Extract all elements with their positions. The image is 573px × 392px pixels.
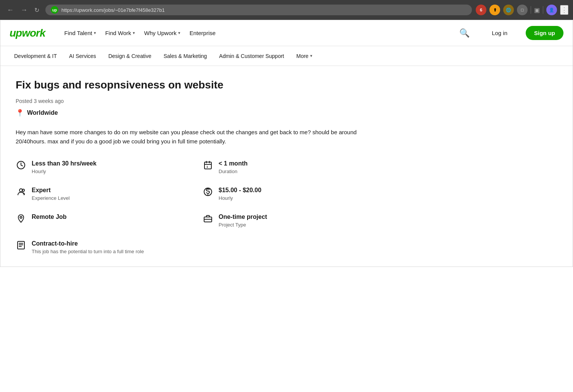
detail-rate-main: $15.00 - $20.00: [219, 186, 261, 194]
job-title: Fix bugs and resopnsiveness on website: [16, 78, 481, 92]
briefcase-icon: [203, 214, 213, 225]
detail-experience-main: Expert: [32, 186, 70, 194]
detail-duration-main: < 1 month: [219, 160, 248, 168]
category-more[interactable]: More ▾: [292, 51, 317, 61]
detail-hours: Less than 30 hrs/week Hourly: [16, 160, 172, 174]
svg-point-11: [20, 216, 22, 218]
why-upwork-nav[interactable]: Why Upwork ▾: [140, 27, 184, 39]
nav-links: Find Talent ▾ Find Work ▾ Why Upwork ▾ E…: [61, 27, 220, 39]
main-navbar: upwork Find Talent ▾ Find Work ▾ Why Upw…: [0, 20, 573, 46]
url-text: https://upwork.com/jobs/~01e7bfe7f458e32…: [61, 7, 467, 13]
find-work-nav[interactable]: Find Work ▾: [101, 27, 139, 39]
detail-rate: $15.00 - $20.00 Hourly: [203, 186, 359, 201]
document-icon: [16, 241, 26, 252]
detail-hours-main: Less than 30 hrs/week: [32, 160, 97, 168]
detail-duration: 1 < 1 month Duration: [203, 160, 359, 174]
profile-avatar[interactable]: 👤: [546, 5, 557, 15]
detail-duration-content: < 1 month Duration: [219, 160, 248, 174]
job-details-grid: Less than 30 hrs/week Hourly 1 < 1 m: [16, 160, 359, 254]
ext-badge-brown[interactable]: 🌐: [503, 5, 514, 15]
detail-contract-content: Contract-to-hire This job has the potent…: [32, 240, 144, 254]
detail-rate-sub: Hourly: [219, 195, 261, 201]
category-bar: Development & IT AI Services Design & Cr…: [0, 46, 573, 66]
search-button[interactable]: 🔍: [456, 26, 473, 40]
detail-project-type-content: One-time project Project Type: [219, 213, 267, 228]
find-work-chevron: ▾: [133, 31, 135, 35]
enterprise-nav[interactable]: Enterprise: [186, 27, 219, 39]
detail-project-type: One-time project Project Type: [203, 213, 359, 228]
login-button[interactable]: Log in: [486, 27, 513, 39]
find-talent-nav[interactable]: Find Talent ▾: [61, 27, 100, 39]
detail-hours-sub: Hourly: [32, 169, 97, 174]
site-wrapper: upwork Find Talent ▾ Find Work ▾ Why Upw…: [0, 20, 573, 267]
back-button[interactable]: ←: [5, 5, 16, 15]
detail-experience-sub: Experience Level: [32, 195, 70, 201]
detail-hours-content: Less than 30 hrs/week Hourly: [32, 160, 97, 174]
upwork-logo[interactable]: upwork: [10, 27, 45, 39]
detail-project-type-sub: Project Type: [219, 222, 267, 228]
address-bar[interactable]: up https://upwork.com/jobs/~01e7bfe7f458…: [45, 5, 472, 15]
detail-experience-content: Expert Experience Level: [32, 186, 70, 201]
job-description: Hey man have some more changes to do on …: [16, 128, 359, 146]
category-sales-marketing[interactable]: Sales & Marketing: [159, 51, 212, 61]
site-badge: up: [51, 6, 58, 14]
detail-remote: Remote Job: [16, 213, 172, 228]
money-icon: [203, 187, 213, 199]
forward-button[interactable]: →: [18, 5, 30, 15]
svg-text:1: 1: [206, 165, 208, 169]
detail-project-type-main: One-time project: [219, 213, 267, 221]
more-chevron: ▾: [310, 53, 312, 58]
ext-divider-2: [543, 6, 543, 14]
detail-duration-sub: Duration: [219, 169, 248, 174]
svg-point-7: [22, 189, 24, 191]
expert-icon: [16, 187, 26, 199]
browser-nav-buttons: ← → ↻: [5, 5, 42, 15]
posted-time: Posted 3 weeks ago: [16, 98, 481, 104]
detail-remote-content: Remote Job: [32, 213, 67, 221]
location-text: Worldwide: [27, 109, 58, 116]
why-upwork-chevron: ▾: [178, 31, 180, 35]
detail-remote-main: Remote Job: [32, 213, 67, 221]
ext-badge-gray[interactable]: □: [517, 5, 528, 15]
ext-badge-red[interactable]: 6: [476, 5, 486, 15]
category-ai-services[interactable]: AI Services: [64, 51, 101, 61]
detail-contract: Contract-to-hire This job has the potent…: [16, 240, 172, 254]
job-content: Fix bugs and resopnsiveness on website P…: [0, 66, 496, 267]
category-dev-it[interactable]: Development & IT: [10, 51, 61, 61]
clock-icon: [16, 161, 26, 172]
browser-extensions: 6 ⬆ 🌐 □ ▣ 👤 ⋮: [476, 5, 568, 15]
detail-contract-sub: This job has the potential to turn into …: [32, 249, 144, 254]
calendar-icon: 1: [203, 161, 213, 172]
signup-button[interactable]: Sign up: [526, 26, 563, 40]
sidebar-toggle-button[interactable]: ▣: [534, 6, 540, 14]
browser-chrome: ← → ↻ up https://upwork.com/jobs/~01e7bf…: [0, 0, 573, 20]
detail-experience: Expert Experience Level: [16, 186, 172, 201]
location-row: 📍 Worldwide: [16, 109, 481, 117]
remote-location-icon: [16, 214, 26, 225]
refresh-button[interactable]: ↻: [32, 6, 42, 14]
browser-menu-button[interactable]: ⋮: [560, 5, 568, 15]
ext-badge-yellow[interactable]: ⬆: [489, 5, 500, 15]
category-admin-support[interactable]: Admin & Customer Support: [214, 51, 288, 61]
find-talent-chevron: ▾: [94, 31, 96, 35]
detail-rate-content: $15.00 - $20.00 Hourly: [219, 186, 261, 201]
category-design-creative[interactable]: Design & Creative: [104, 51, 156, 61]
detail-contract-main: Contract-to-hire: [32, 240, 144, 248]
location-icon: 📍: [16, 109, 24, 117]
ext-divider: [531, 6, 531, 14]
